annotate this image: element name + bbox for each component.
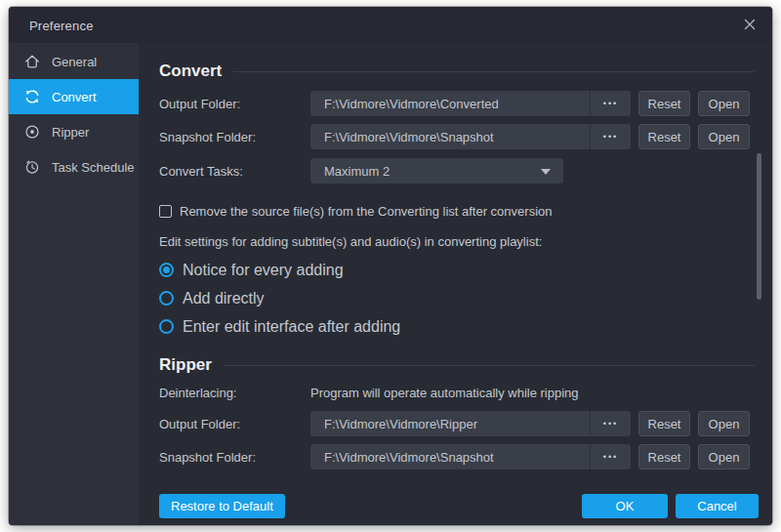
settings-panel: Convert Output Folder: F:\Vidmore\Vidmor… — [139, 43, 772, 525]
restore-to-default-button[interactable]: Restore to Default — [159, 494, 285, 518]
convert-output-folder-row: Output Folder: F:\Vidmore\Vidmore\Conver… — [159, 91, 759, 116]
footer-bar: Restore to Default OK Cancel — [159, 494, 759, 518]
reset-button[interactable]: Reset — [638, 444, 690, 470]
sidebar: General Convert Ripper — [9, 43, 139, 525]
folder-path-value: F:\Vidmore\Vidmore\Snapshot — [310, 124, 590, 149]
open-button[interactable]: Open — [698, 411, 750, 436]
titlebar: Preference — [9, 7, 772, 43]
field-label: Snapshot Folder: — [159, 130, 310, 144]
convert-tasks-row: Convert Tasks: Maximum 2 — [159, 158, 759, 184]
sidebar-item-general[interactable]: General — [9, 44, 139, 79]
radio-enter-edit-interface[interactable]: Enter edit interface after adding — [159, 319, 759, 334]
field-label: Snapshot Folder: — [159, 450, 310, 465]
clock-icon — [23, 158, 41, 176]
folder-path-value: F:\Vidmore\Vidmore\Converted — [310, 91, 590, 116]
remove-source-checkbox-row[interactable]: Remove the source file(s) from the Conve… — [159, 204, 759, 219]
radio-button[interactable] — [159, 319, 174, 334]
reset-button[interactable]: Reset — [638, 124, 690, 149]
sidebar-item-label: General — [52, 55, 97, 69]
browse-button[interactable]: ••• — [590, 124, 631, 149]
folder-path-value: F:\Vidmore\Vidmore\Ripper — [310, 411, 590, 436]
sidebar-item-task-schedule[interactable]: Task Schedule — [9, 149, 139, 184]
open-button[interactable]: Open — [698, 91, 750, 116]
dialog-title: Preference — [29, 18, 94, 32]
deinterlacing-row: Deinterlacing: Program will operate auto… — [159, 385, 759, 400]
field-label: Output Folder: — [159, 417, 310, 431]
close-button[interactable] — [735, 11, 764, 38]
reset-button[interactable]: Reset — [638, 91, 690, 116]
ripper-snapshot-folder-row: Snapshot Folder: F:\Vidmore\Vidmore\Snap… — [159, 444, 759, 470]
cancel-button[interactable]: Cancel — [676, 494, 759, 518]
output-folder-field[interactable]: F:\Vidmore\Vidmore\Converted ••• — [310, 91, 631, 116]
reset-button[interactable]: Reset — [638, 411, 690, 436]
edit-settings-label: Edit settings for adding subtitle(s) and… — [159, 234, 759, 249]
sidebar-item-label: Ripper — [52, 125, 89, 140]
sync-icon — [23, 88, 41, 105]
section-title: Ripper — [159, 355, 212, 375]
snapshot-folder-field[interactable]: F:\Vidmore\Vidmore\Snapshot ••• — [310, 444, 631, 470]
disc-icon — [23, 123, 41, 141]
snapshot-folder-field[interactable]: F:\Vidmore\Vidmore\Snapshot ••• — [310, 124, 631, 149]
section-title: Convert — [159, 61, 222, 81]
radio-notice-for-every-adding[interactable]: Notice for every adding — [159, 263, 759, 277]
open-button[interactable]: Open — [698, 444, 750, 470]
field-label: Output Folder: — [159, 97, 310, 111]
sidebar-item-label: Task Schedule — [52, 160, 135, 175]
browse-button[interactable]: ••• — [590, 91, 631, 116]
folder-path-value: F:\Vidmore\Vidmore\Snapshot — [310, 444, 590, 470]
close-icon — [742, 17, 758, 32]
radio-button[interactable] — [159, 291, 174, 306]
checkbox-label: Remove the source file(s) from the Conve… — [180, 204, 553, 219]
heading-rule — [224, 365, 755, 366]
browse-button[interactable]: ••• — [590, 444, 631, 470]
output-folder-field[interactable]: F:\Vidmore\Vidmore\Ripper ••• — [310, 411, 631, 436]
vertical-scrollbar-thumb[interactable] — [757, 153, 761, 300]
radio-label: Add directly — [183, 290, 265, 307]
convert-snapshot-folder-row: Snapshot Folder: F:\Vidmore\Vidmore\Snap… — [159, 124, 759, 149]
checkbox[interactable] — [159, 205, 172, 218]
home-icon — [23, 53, 41, 70]
heading-rule — [233, 71, 755, 72]
convert-tasks-dropdown[interactable]: Maximum 2 — [310, 158, 563, 184]
convert-section-heading: Convert — [159, 61, 759, 81]
sidebar-item-label: Convert — [52, 90, 97, 104]
sidebar-item-convert[interactable]: Convert — [9, 79, 139, 114]
caret-down-icon — [541, 169, 551, 175]
sidebar-item-ripper[interactable]: Ripper — [9, 114, 139, 149]
browse-button[interactable]: ••• — [590, 411, 631, 436]
dropdown-selected-value: Maximum 2 — [324, 164, 390, 179]
open-button[interactable]: Open — [698, 124, 750, 149]
ripper-output-folder-row: Output Folder: F:\Vidmore\Vidmore\Ripper… — [159, 411, 759, 436]
field-label: Deinterlacing: — [159, 386, 310, 400]
deinterlacing-value: Program will operate automatically while… — [310, 386, 579, 400]
field-label: Convert Tasks: — [159, 164, 310, 179]
radio-label: Enter edit interface after adding — [183, 318, 400, 336]
preference-dialog: Preference General Conver — [9, 7, 772, 525]
ripper-section-heading: Ripper — [159, 355, 759, 375]
ok-button[interactable]: OK — [582, 494, 668, 518]
radio-button[interactable] — [159, 263, 174, 277]
radio-label: Notice for every adding — [183, 262, 344, 279]
radio-add-directly[interactable]: Add directly — [159, 291, 759, 306]
